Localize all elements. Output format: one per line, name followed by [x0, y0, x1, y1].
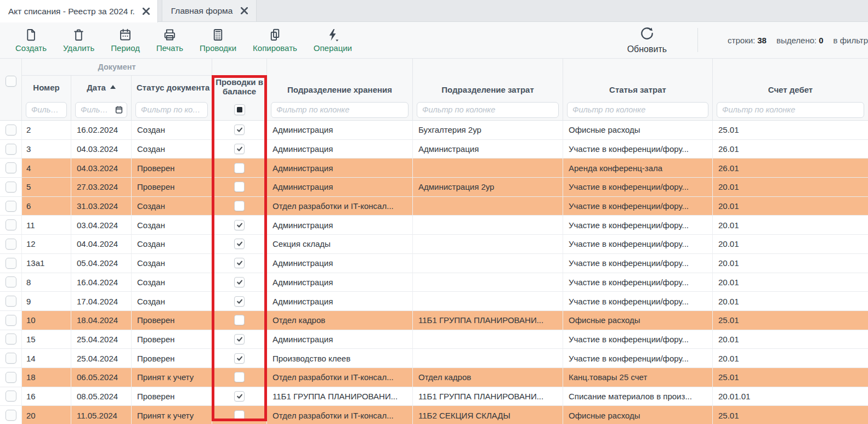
table-row[interactable]: 18 06.05.2024 Принят к учету Отдел разра…: [0, 368, 868, 387]
cell-store-dept: Администрация: [267, 273, 413, 292]
row-checkbox[interactable]: [5, 219, 16, 230]
tab-act-spisaniya[interactable]: Акт списания - Реестр за 2024 г.: [0, 0, 158, 22]
cell-store-dept: Администрация: [267, 216, 413, 234]
table-row[interactable]: 12 04.04.2024 Создан Секция склады Участ…: [0, 235, 868, 254]
posted-checkbox[interactable]: [234, 163, 245, 173]
postings-button[interactable]: Проводки: [200, 27, 236, 53]
column-header-number[interactable]: Номер: [22, 76, 71, 99]
column-header-date[interactable]: Дата: [71, 76, 132, 99]
table-row[interactable]: 4 04.03.2024 Проверен Администрация Арен…: [0, 159, 868, 178]
button-label: Копировать: [253, 43, 297, 53]
print-button[interactable]: Печать: [156, 27, 183, 53]
table-row[interactable]: 14 25.04.2024 Проверен Производство клее…: [0, 349, 868, 368]
close-icon[interactable]: [240, 7, 248, 15]
cost-item-filter-input[interactable]: [567, 102, 708, 118]
row-checkbox[interactable]: [5, 296, 16, 307]
refresh-icon: [639, 26, 655, 43]
delete-button[interactable]: Удалить: [63, 27, 94, 53]
cell-number: 2: [22, 121, 71, 139]
posted-checkbox[interactable]: [234, 391, 245, 402]
posted-checkbox[interactable]: [234, 296, 245, 307]
tab-bar: Акт списания - Реестр за 2024 г. Главная…: [0, 0, 868, 22]
row-checkbox[interactable]: [5, 182, 16, 193]
posted-checkbox[interactable]: [234, 125, 245, 135]
operations-button[interactable]: Операции: [314, 27, 352, 53]
cell-cost-dept: Администрация: [413, 140, 563, 159]
posted-checkbox[interactable]: [234, 334, 245, 344]
cell-cost-dept: Администрация 2ур: [413, 178, 563, 196]
row-checkbox[interactable]: [5, 201, 16, 212]
table-row[interactable]: 8 16.04.2024 Создан Администрация Участи…: [0, 273, 868, 292]
filter-cell-cost-dept: [413, 99, 563, 120]
cell-cost-dept: [413, 235, 563, 253]
cell-debit-account: 25.01: [713, 368, 868, 387]
posted-checkbox[interactable]: [234, 277, 245, 287]
table-row[interactable]: 11 03.04.2024 Создан Администрация Участ…: [0, 216, 868, 235]
row-checkbox[interactable]: [5, 391, 16, 402]
cell-status: Создан: [132, 254, 212, 273]
row-checkbox[interactable]: [5, 162, 16, 173]
tab-glavnaya-forma[interactable]: Главная форма: [162, 0, 257, 21]
copy-button[interactable]: Копировать: [253, 27, 297, 53]
column-header-store-dept[interactable]: Подразделение хранения: [267, 59, 413, 99]
posted-checkbox[interactable]: [234, 315, 245, 325]
table-row[interactable]: 16 08.05.2024 Проверен 11Б1 ГРУППА ПЛАНИ…: [0, 387, 868, 406]
table-row[interactable]: 13а1 05.04.2024 Создан Администрация Уча…: [0, 254, 868, 273]
row-checkbox[interactable]: [5, 410, 16, 421]
row-checkbox[interactable]: [5, 333, 16, 344]
posted-checkbox[interactable]: [234, 372, 245, 382]
date-filter-input[interactable]: [75, 102, 127, 118]
table-row[interactable]: 2 16.02.2024 Создан Администрация Бухгал…: [0, 121, 868, 140]
cell-cost-dept: Бухгалтерия 2ур: [413, 121, 563, 139]
filter-cell-debit-account: [713, 99, 868, 120]
cell-status: Создан: [132, 292, 212, 310]
row-checkbox[interactable]: [5, 239, 16, 250]
close-icon[interactable]: [142, 7, 151, 16]
register-table: Документ Номер Дата Статус документа Про…: [0, 58, 868, 424]
posted-checkbox[interactable]: [234, 144, 245, 154]
table-row[interactable]: 20 11.05.2024 Принят к учету Отдел разра…: [0, 406, 868, 424]
select-all-checkbox[interactable]: [5, 76, 16, 87]
cell-debit-account: 26.01: [713, 140, 868, 159]
posted-checkbox[interactable]: [234, 239, 245, 249]
table-row[interactable]: 6 31.03.2024 Создан Отдел разработки и I…: [0, 197, 868, 216]
row-checkbox[interactable]: [5, 315, 16, 326]
row-checkbox[interactable]: [5, 144, 16, 155]
table-row[interactable]: 9 17.04.2024 Создан Администрация Участи…: [0, 292, 868, 311]
cell-store-dept: Администрация: [267, 330, 413, 349]
posted-checkbox[interactable]: [234, 353, 245, 364]
status-filter-input[interactable]: [135, 102, 208, 118]
posted-filter-checkbox[interactable]: [234, 104, 245, 115]
create-button[interactable]: Создать: [15, 27, 47, 53]
row-checkbox[interactable]: [5, 372, 16, 383]
button-label: Создать: [15, 43, 47, 53]
cost-dept-filter-input[interactable]: [417, 102, 559, 118]
table-row[interactable]: 10 18.04.2024 Проверен Отдел кадров 11Б1…: [0, 311, 868, 330]
period-button[interactable]: Период: [111, 27, 140, 53]
column-header-status[interactable]: Статус документа: [132, 76, 212, 99]
filter-cell-number: [22, 99, 71, 120]
table-row[interactable]: 5 27.03.2024 Проверен Администрация Адми…: [0, 178, 868, 197]
cell-posted: [212, 140, 267, 159]
column-header-posted[interactable]: Проводки в балансе: [212, 59, 267, 99]
posted-checkbox[interactable]: [234, 182, 245, 192]
posted-checkbox[interactable]: [234, 201, 245, 211]
button-label: Период: [111, 43, 140, 53]
table-row[interactable]: 15 25.04.2024 Проверен Администрация Уча…: [0, 330, 868, 349]
column-header-cost-dept[interactable]: Подразделение затрат: [413, 59, 563, 99]
row-checkbox[interactable]: [5, 276, 16, 287]
number-filter-input[interactable]: [26, 102, 67, 118]
row-checkbox[interactable]: [5, 258, 16, 269]
posted-checkbox[interactable]: [234, 258, 245, 268]
column-header-cost-item[interactable]: Статья затрат: [563, 59, 713, 99]
debit-account-filter-input[interactable]: [717, 102, 864, 118]
cell-cost-item: Участие в конференции/фору...: [563, 178, 713, 196]
row-checkbox[interactable]: [5, 353, 16, 364]
refresh-button[interactable]: Обновить: [627, 26, 667, 54]
store-dept-filter-input[interactable]: [271, 102, 409, 118]
posted-checkbox[interactable]: [234, 410, 245, 421]
row-checkbox[interactable]: [5, 125, 16, 135]
posted-checkbox[interactable]: [234, 220, 245, 230]
table-row[interactable]: 3 04.03.2024 Создан Администрация Админи…: [0, 140, 868, 159]
column-header-debit-account[interactable]: Счет дебет: [713, 59, 868, 99]
